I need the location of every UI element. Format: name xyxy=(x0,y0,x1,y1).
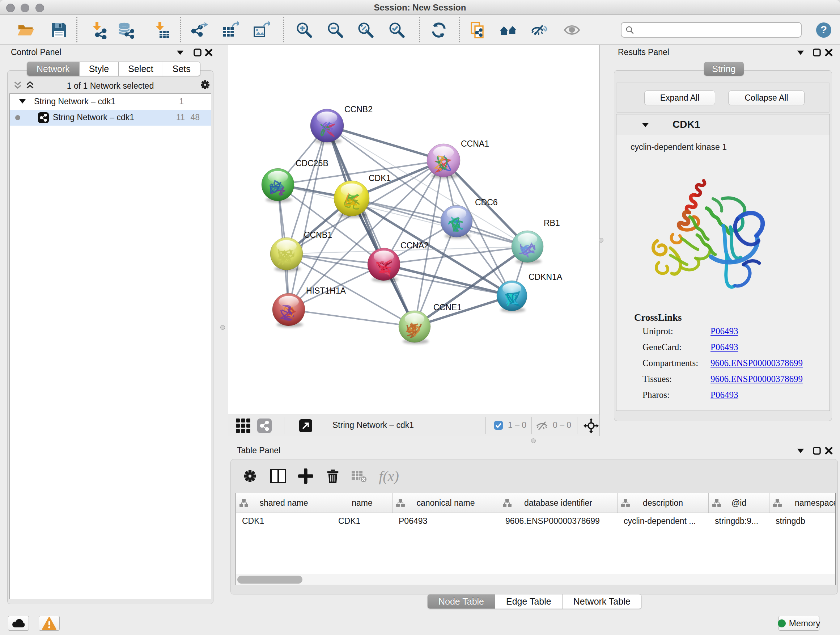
first-neighbors-button[interactable] xyxy=(499,21,517,39)
control-tab-network[interactable]: Network xyxy=(27,62,80,76)
table-cell[interactable]: stringdb xyxy=(769,513,836,529)
warnings-button[interactable] xyxy=(39,616,60,631)
expand-all-button[interactable]: Expand All xyxy=(644,90,715,105)
scrollbar-thumb[interactable] xyxy=(237,576,302,584)
collapse-gene-icon[interactable] xyxy=(641,120,650,129)
table-panel-maximize-button[interactable] xyxy=(812,446,821,455)
collapse-tree-icon[interactable] xyxy=(19,98,26,104)
network-edges xyxy=(278,126,527,326)
table-panel-title: Table Panel xyxy=(237,446,280,455)
memory-button[interactable]: Memory xyxy=(778,616,819,631)
crosslink-link[interactable]: P06493 xyxy=(711,390,738,400)
delete-table-button[interactable] xyxy=(350,464,368,488)
node-label-CCNA2: CCNA2 xyxy=(401,241,429,250)
control-tab-select[interactable]: Select xyxy=(118,62,163,76)
gene-section-header[interactable]: CDK1 xyxy=(616,114,829,135)
import-network-database-button[interactable] xyxy=(117,21,134,39)
zoom-in-button[interactable] xyxy=(295,21,313,39)
results-tab-string[interactable]: String xyxy=(704,62,744,76)
add-column-button[interactable] xyxy=(297,464,315,488)
results-panel-float-button[interactable] xyxy=(796,48,805,57)
control-tab-sets[interactable]: Sets xyxy=(163,62,201,76)
table-cell[interactable]: 9606.ENSP00000378699 xyxy=(499,513,617,529)
network-row[interactable]: String Network – cdk11148 xyxy=(10,110,211,126)
show-column-panel-button[interactable] xyxy=(269,464,287,488)
search-input[interactable] xyxy=(635,23,801,37)
control-panel-close-button[interactable] xyxy=(204,48,213,57)
separator xyxy=(485,417,486,434)
import-network-file-button[interactable] xyxy=(89,21,107,39)
copy-network-button[interactable] xyxy=(469,21,487,39)
zoom-out-button[interactable] xyxy=(326,21,344,39)
table-tab-network-table[interactable]: Network Table xyxy=(562,594,642,609)
crosslink-row: Pharos:P06493 xyxy=(643,390,820,400)
hide-selected-button[interactable] xyxy=(530,21,548,39)
crosslink-link[interactable]: 9606.ENSP00000378699 xyxy=(711,358,803,368)
table-panel-float-button[interactable] xyxy=(796,446,805,455)
control-panel-maximize-button[interactable] xyxy=(193,48,202,57)
open-view-in-window-button[interactable] xyxy=(299,419,312,432)
node-CCNA2[interactable] xyxy=(368,248,400,282)
collapse-all-button[interactable]: Collapse All xyxy=(728,90,805,105)
crosslink-link[interactable]: P06493 xyxy=(711,326,738,336)
node-CCNE1[interactable] xyxy=(399,310,431,344)
crosslink-link[interactable]: 9606.ENSP00000378699 xyxy=(711,374,803,384)
table-cell[interactable]: CDK1 xyxy=(332,513,393,529)
function-builder-button[interactable]: f(x) xyxy=(374,464,403,488)
export-image-button[interactable] xyxy=(253,21,271,39)
table-cell[interactable]: P06493 xyxy=(393,513,499,529)
node-label-CCNB2: CCNB2 xyxy=(344,105,373,114)
table-cell[interactable]: stringdb:9... xyxy=(709,513,769,529)
edge-CCNB2-CCNE1 xyxy=(327,126,415,326)
network-collection-row[interactable]: String Network – cdk11 xyxy=(10,94,211,110)
control-panel-float-button[interactable] xyxy=(175,48,185,57)
column-header-database-identifier[interactable]: database identifier xyxy=(499,493,617,513)
save-session-button[interactable] xyxy=(50,21,68,39)
splitter-handle[interactable] xyxy=(599,238,603,242)
column-header-shared-name[interactable]: shared name xyxy=(236,493,332,513)
results-panel-close-button[interactable] xyxy=(824,48,834,57)
table-cell[interactable]: CDK1 xyxy=(236,513,332,529)
delete-column-button[interactable] xyxy=(324,464,342,488)
help-button[interactable]: ? xyxy=(815,21,833,39)
table-panel-close-button[interactable] xyxy=(824,446,834,455)
node-CDKN1A[interactable] xyxy=(497,280,527,312)
network-view-title: String Network – cdk1 xyxy=(332,420,414,430)
column-header-description[interactable]: description xyxy=(617,493,709,513)
zoom-fit-button[interactable] xyxy=(357,21,375,39)
birds-eye-view-button[interactable] xyxy=(235,418,251,434)
results-panel-maximize-button[interactable] xyxy=(812,48,821,57)
table-tab-edge-table[interactable]: Edge Table xyxy=(495,594,562,609)
show-hidden-button[interactable] xyxy=(563,21,581,39)
node-label-CCNA1: CCNA1 xyxy=(461,139,489,149)
network-canvas[interactable]: CCNB2CCNA1CDC25BCDK1CDC6RB1CCNB1CCNA2CDK… xyxy=(228,45,600,415)
open-session-button[interactable] xyxy=(17,21,35,39)
table-horizontal-scrollbar[interactable] xyxy=(236,574,835,585)
refresh-button[interactable] xyxy=(430,21,448,39)
search-field[interactable] xyxy=(621,22,802,38)
fit-content-button[interactable] xyxy=(584,418,599,433)
column-header--id[interactable]: @id xyxy=(709,493,769,513)
column-header-namespace[interactable]: namespace xyxy=(769,493,836,513)
node-HIST1H1A[interactable] xyxy=(272,293,305,327)
export-network-button[interactable] xyxy=(190,21,208,39)
import-table-file-button[interactable] xyxy=(152,21,170,39)
splitter-handle[interactable] xyxy=(220,325,225,330)
network-options-button[interactable] xyxy=(201,80,210,89)
table-cell[interactable]: cyclin-dependent ... xyxy=(617,513,709,529)
export-table-button[interactable] xyxy=(221,21,240,39)
network-share-button[interactable] xyxy=(257,418,272,433)
node-CDC6[interactable] xyxy=(441,205,472,239)
node-CDC25B[interactable] xyxy=(262,168,294,203)
zoom-selected-button[interactable] xyxy=(388,21,406,39)
splitter-handle[interactable] xyxy=(531,439,536,443)
table-options-button[interactable] xyxy=(241,464,259,488)
cloud-services-button[interactable] xyxy=(8,616,29,631)
crosslink-link[interactable]: P06493 xyxy=(711,342,738,352)
node-RB1[interactable] xyxy=(512,231,543,264)
column-header-name[interactable]: name xyxy=(332,493,393,513)
table-row[interactable]: CDK1CDK1P064939606.ENSP00000378699cyclin… xyxy=(236,513,836,529)
table-tab-node-table[interactable]: Node Table xyxy=(427,594,495,609)
column-header-canonical-name[interactable]: canonical name xyxy=(393,493,499,513)
control-tab-style[interactable]: Style xyxy=(80,62,119,76)
